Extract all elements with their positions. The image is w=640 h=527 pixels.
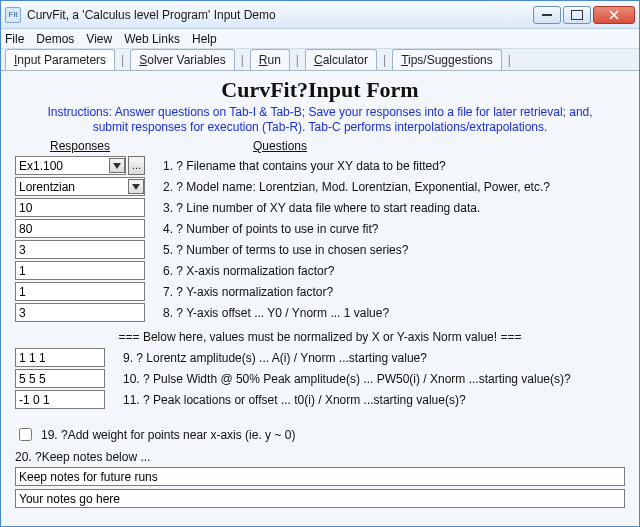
question-6: 6. ? X-axis normalization factor? <box>163 261 625 282</box>
responses-header: Responses <box>15 139 145 153</box>
question-9: 9. ? Lorentz amplitude(s) ... A(i) / Yno… <box>123 348 625 369</box>
form-content: CurvFit?Input Form Instructions: Answer … <box>1 71 639 526</box>
question-20: 20. ?Keep notes below ... <box>15 450 625 464</box>
tab-separator: | <box>506 53 513 70</box>
question-2: 2. ? Model name: Lorentzian, Mod. Lorent… <box>163 177 625 198</box>
tab-text: olver Variables <box>147 53 225 67</box>
tab-separator: | <box>294 53 301 70</box>
menu-help[interactable]: Help <box>192 32 217 46</box>
instructions-line2: submit responses for execution (Tab-R). … <box>93 120 548 134</box>
x-norm-input[interactable] <box>15 261 145 280</box>
filename-combo[interactable]: Ex1.100 <box>15 156 126 175</box>
question-5: 5. ? Number of terms to use in chosen se… <box>163 240 625 261</box>
tab-text: nput Parameters <box>17 53 106 67</box>
add-weight-checkbox[interactable] <box>19 428 32 441</box>
chevron-down-icon[interactable] <box>109 158 125 173</box>
tab-text: un <box>267 53 280 67</box>
num-terms-input[interactable] <box>15 240 145 259</box>
tab-text: ips/Suggestions <box>408 53 493 67</box>
form-instructions: Instructions: Answer questions on Tab-I … <box>15 105 625 135</box>
window-titlebar: Fit CurvFit, a 'Calculus level Program' … <box>1 1 639 29</box>
close-button[interactable] <box>593 6 635 24</box>
menu-view[interactable]: View <box>86 32 112 46</box>
notes-input-1[interactable] <box>15 467 625 486</box>
question-3: 3. ? Line number of XY data file where t… <box>163 198 625 219</box>
tab-row: Input Parameters | Solver Variables | Ru… <box>1 49 639 71</box>
tab-separator: | <box>381 53 388 70</box>
question-7: 7. ? Y-axis normalization factor? <box>163 282 625 303</box>
tab-separator: | <box>239 53 246 70</box>
y-offset-input[interactable] <box>15 303 145 322</box>
window-title: CurvFit, a 'Calculus level Program' Inpu… <box>27 8 531 22</box>
tab-solver-variables[interactable]: Solver Variables <box>130 49 235 70</box>
menu-file[interactable]: File <box>5 32 24 46</box>
model-combo[interactable]: Lorentzian <box>15 177 145 196</box>
question-11: 11. ? Peak locations or offset ... t0(i)… <box>123 390 625 411</box>
menu-web-links[interactable]: Web Links <box>124 32 180 46</box>
tab-underline: T <box>401 53 408 67</box>
question-10: 10. ? Pulse Width @ 50% Peak amplitude(s… <box>123 369 625 390</box>
maximize-button[interactable] <box>563 6 591 24</box>
chevron-down-icon[interactable] <box>128 179 144 194</box>
y-norm-input[interactable] <box>15 282 145 301</box>
question-1: 1. ? Filename that contains your XY data… <box>163 156 625 177</box>
question-8: 8. ? Y-axis offset ... Y0 / Ynorm ... 1 … <box>163 303 625 324</box>
file-browse-button[interactable]: … <box>128 156 145 175</box>
pulse-width-input[interactable] <box>15 369 105 388</box>
model-value: Lorentzian <box>19 180 75 194</box>
tab-tips[interactable]: Tips/Suggestions <box>392 49 502 70</box>
form-title: CurvFit?Input Form <box>15 77 625 103</box>
instructions-line1: Instructions: Answer questions on Tab-I … <box>47 105 592 119</box>
filename-value: Ex1.100 <box>19 159 63 173</box>
num-points-input[interactable] <box>15 219 145 238</box>
line-number-input[interactable] <box>15 198 145 217</box>
questions-header: Questions <box>163 139 625 153</box>
menu-demos[interactable]: Demos <box>36 32 74 46</box>
minimize-button[interactable] <box>533 6 561 24</box>
normalization-divider: === Below here, values must be normalize… <box>15 330 625 344</box>
peak-location-input[interactable] <box>15 390 105 409</box>
notes-input-2[interactable] <box>15 489 625 508</box>
menubar: File Demos View Web Links Help <box>1 29 639 49</box>
tab-input-parameters[interactable]: Input Parameters <box>5 49 115 70</box>
question-19: 19. ?Add weight for points near x-axis (… <box>41 428 295 442</box>
tab-separator: | <box>119 53 126 70</box>
tab-text: alculator <box>323 53 368 67</box>
tab-underline: C <box>314 53 323 67</box>
tab-calculator[interactable]: Calculator <box>305 49 377 70</box>
tab-run[interactable]: Run <box>250 49 290 70</box>
tab-underline: S <box>139 53 147 67</box>
question-4: 4. ? Number of points to use in curve fi… <box>163 219 625 240</box>
app-icon: Fit <box>5 7 21 23</box>
amplitude-input[interactable] <box>15 348 105 367</box>
